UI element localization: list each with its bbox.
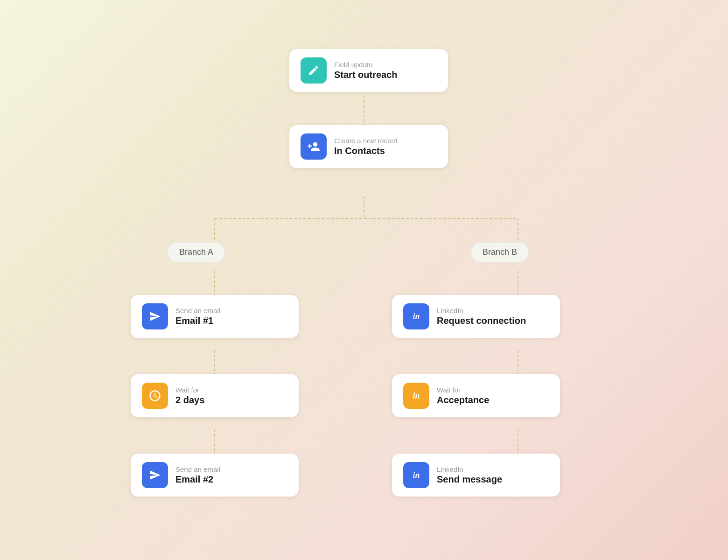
linkedin-wait-icon: in (403, 383, 429, 409)
linkedin-connect-node[interactable]: in LinkedIn Request connection (392, 295, 560, 338)
linkedin-message-icon: in (403, 462, 429, 488)
linkedin-connect-text: LinkedIn Request connection (437, 307, 526, 326)
pencil-icon (301, 57, 327, 84)
branch-b-label: Branch B (483, 247, 517, 257)
wait-acceptance-title: Acceptance (437, 395, 489, 406)
linkedin-icon: in (403, 303, 429, 329)
field-update-title: Start outreach (334, 70, 398, 80)
workflow-canvas: Field update Start outreach Create a new… (84, 23, 644, 537)
branch-a-pill[interactable]: Branch A (167, 242, 225, 263)
linkedin-message-label: LinkedIn (437, 465, 502, 473)
clock-icon (142, 383, 168, 409)
wait-2days-label: Wait for (175, 386, 204, 394)
email1-node[interactable]: Send an email Email #1 (131, 295, 299, 338)
email2-node[interactable]: Send an email Email #2 (131, 454, 299, 497)
branch-a-label: Branch A (179, 247, 213, 257)
email2-label: Send an email (175, 465, 220, 473)
create-record-text: Create a new record In Contacts (334, 137, 398, 156)
send-email-icon (142, 303, 168, 329)
person-add-icon (301, 133, 327, 160)
email1-label: Send an email (175, 307, 220, 315)
wait-acceptance-text: Wait for Acceptance (437, 386, 489, 406)
field-update-label: Field update (334, 61, 398, 69)
branch-b-pill[interactable]: Branch B (470, 242, 529, 263)
email1-text: Send an email Email #1 (175, 307, 220, 326)
field-update-node[interactable]: Field update Start outreach (289, 49, 448, 92)
linkedin-message-node[interactable]: in LinkedIn Send message (392, 454, 560, 497)
linkedin-connect-label: LinkedIn (437, 307, 526, 315)
wait-acceptance-label: Wait for (437, 386, 489, 394)
wait-2days-title: 2 days (175, 395, 204, 406)
email2-title: Email #2 (175, 474, 220, 485)
email2-text: Send an email Email #2 (175, 465, 220, 485)
linkedin-message-text: LinkedIn Send message (437, 465, 502, 485)
send-email2-icon (142, 462, 168, 488)
create-record-node[interactable]: Create a new record In Contacts (289, 125, 448, 168)
create-record-title: In Contacts (334, 146, 398, 156)
wait-acceptance-node[interactable]: in Wait for Acceptance (392, 374, 560, 417)
wait-2days-node[interactable]: Wait for 2 days (131, 374, 299, 417)
field-update-text: Field update Start outreach (334, 61, 398, 80)
linkedin-message-title: Send message (437, 474, 502, 485)
create-record-label: Create a new record (334, 137, 398, 145)
email1-title: Email #1 (175, 315, 220, 326)
linkedin-connect-title: Request connection (437, 315, 526, 326)
wait-2days-text: Wait for 2 days (175, 386, 204, 406)
